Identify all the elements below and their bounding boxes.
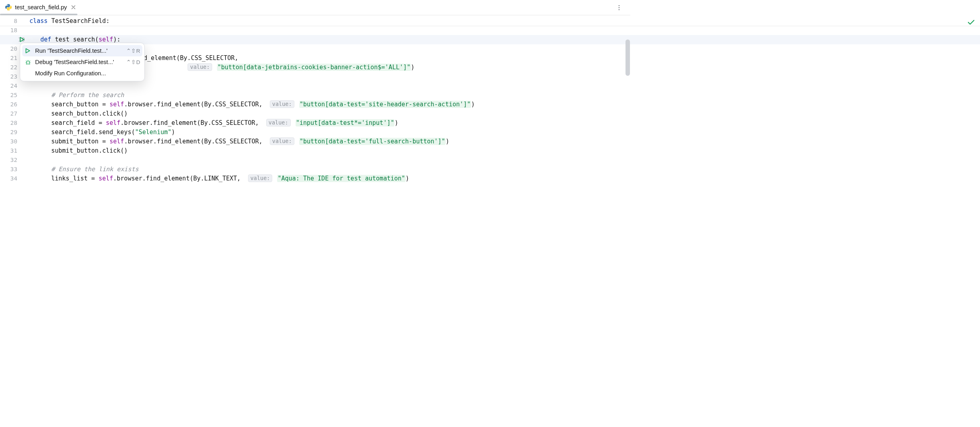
code-line: class TestSearchField:	[27, 17, 630, 26]
inlay-hint: value:	[248, 174, 273, 182]
line-number: 32	[0, 155, 27, 165]
code-line	[27, 26, 630, 35]
line-number: 27	[0, 109, 27, 118]
svg-point-1	[619, 7, 619, 8]
close-icon[interactable]	[70, 5, 77, 10]
run-icon	[24, 47, 31, 54]
debug-icon	[24, 58, 31, 66]
inlay-hint: value:	[188, 63, 212, 71]
svg-point-0	[619, 5, 619, 6]
code-line: search_button.click()	[27, 109, 630, 118]
line-number: 33	[0, 165, 27, 174]
tab-bar: test_search_field.py	[0, 0, 630, 15]
scrollbar-thumb[interactable]	[626, 39, 630, 76]
context-menu-label: Run 'TestSearchField.test...'	[35, 48, 123, 54]
code-line: links_list = self.browser.find_element(B…	[27, 174, 630, 183]
context-menu-shortcut: ⌃⇧D	[126, 59, 140, 65]
code-line: search_button = self.browser.find_elemen…	[27, 100, 630, 109]
line-number: 8	[0, 17, 27, 26]
line-number: 31	[0, 146, 27, 155]
code-line	[27, 81, 630, 91]
context-menu-debug[interactable]: Debug 'TestSearchField.test...' ⌃⇧D	[20, 56, 144, 68]
tab-filename: test_search_field.py	[15, 4, 67, 10]
code-line: search_field = self.browser.find_element…	[27, 118, 630, 128]
context-menu-label: Modify Run Configuration...	[35, 70, 140, 77]
code-line: submit_button.click()	[27, 146, 630, 155]
svg-point-2	[619, 9, 619, 10]
editor-tab[interactable]: test_search_field.py	[0, 0, 81, 15]
code-line	[27, 155, 630, 165]
code-line: # Perform the search	[27, 91, 630, 100]
line-number: 28	[0, 118, 27, 128]
code-line: # Ensure the link exists	[27, 165, 630, 174]
svg-point-3	[27, 61, 29, 64]
line-number: 34	[0, 174, 27, 183]
context-menu-run[interactable]: Run 'TestSearchField.test...' ⌃⇧R	[22, 45, 142, 56]
context-menu-modify[interactable]: Modify Run Configuration...	[20, 68, 144, 79]
line-number: 25	[0, 91, 27, 100]
gutter-context-menu: Run 'TestSearchField.test...' ⌃⇧R Debug …	[20, 43, 145, 81]
code-line: submit_button = self.browser.find_elemen…	[27, 137, 630, 146]
blank-icon	[24, 70, 31, 77]
line-number: 18	[0, 26, 27, 35]
inlay-hint: value:	[270, 137, 294, 145]
line-number: 24	[0, 81, 27, 91]
run-gutter-icon[interactable]	[19, 36, 26, 43]
vertical-scrollbar[interactable]	[626, 39, 630, 271]
line-number: 26	[0, 100, 27, 109]
context-menu-shortcut: ⌃⇧R	[126, 48, 140, 54]
python-icon	[5, 4, 12, 11]
tab-options-icon[interactable]	[614, 3, 624, 12]
inlay-hint: value:	[266, 119, 291, 126]
code-line: search_field.send_keys("Selenium")	[27, 128, 630, 137]
line-number: 30	[0, 137, 27, 146]
inlay-hint: value:	[270, 100, 294, 108]
context-menu-label: Debug 'TestSearchField.test...'	[35, 59, 123, 65]
line-number: 29	[0, 128, 27, 137]
